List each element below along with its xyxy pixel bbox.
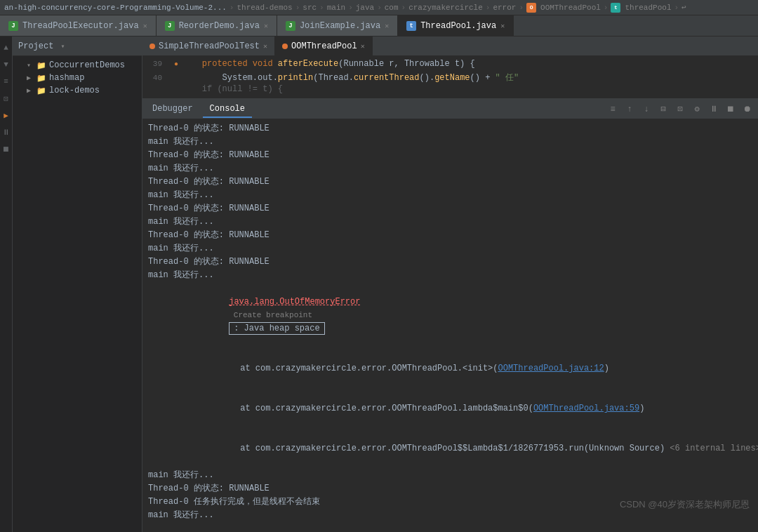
toolbar-wrap[interactable]: ⊡	[672, 102, 688, 117]
code-line-39: 39 ● protected void afterExecute(Runnabl…	[142, 59, 758, 72]
tab-console[interactable]: Console	[203, 101, 252, 118]
console-line-4: main 我还行...	[148, 162, 758, 175]
tab-reorderdemo[interactable]: J ReorderDemo.java ✕	[157, 15, 277, 36]
watermark: CSDN @40岁资深老架构师尼恩	[620, 498, 750, 511]
expand-arrow2: ▶	[27, 74, 34, 82]
oom-error-text[interactable]: java.lang.OutOfMemoryError	[229, 297, 360, 307]
console-toolbar: ≡ ↑ ↓ ⊟ ⊡ ⚙ ⏸ ⏹ ⏺	[605, 102, 755, 117]
gutter-icon5[interactable]: ▶	[1, 109, 12, 121]
right-content: Project ▾ ▾ 📁 CoccurrentDemos ▶ 📁 hashma…	[13, 36, 758, 532]
console-line-7: Thread-0 的状态: RUNNABLE	[148, 202, 758, 215]
close-tab-threadpool[interactable]: ✕	[500, 22, 505, 30]
project-sidebar: Project ▾ ▾ 📁 CoccurrentDemos ▶ 📁 hashma…	[13, 36, 142, 532]
toolbar-scroll-lock[interactable]: ⊟	[656, 102, 671, 117]
console-stacktrace-3: at com.crazymakercircle.error.OOMThreadP…	[148, 429, 758, 469]
console-output[interactable]: Thread-0 的状态: RUNNABLE main 我还行... Threa…	[142, 119, 758, 532]
code-line-40: 40 System.out.println(Thread.currentThre…	[142, 72, 758, 84]
console-line-1: Thread-0 的状态: RUNNABLE	[148, 122, 758, 135]
console-stacktrace-2: at com.crazymakercircle.error.OOMThreadP…	[148, 389, 758, 429]
tab-icon-green3: J	[286, 21, 295, 31]
code-line-ellipsis: if (null != t) {	[142, 84, 758, 97]
project-tree: ▾ 📁 CoccurrentDemos ▶ 📁 hashmap ▶ 📁	[13, 56, 142, 100]
toolbar-stop[interactable]: ⏹	[723, 102, 738, 117]
console-line-main1: main 我还行...	[148, 469, 758, 482]
session-dot-simple	[149, 44, 155, 49]
gutter-icon7[interactable]: ⏹	[1, 143, 12, 154]
folder-icon: 📁	[36, 61, 46, 70]
console-line-oom: java.lang.OutOfMemoryError Create breakp…	[148, 282, 758, 349]
thread-icon: t	[611, 3, 620, 13]
project-header: Project ▾	[13, 36, 142, 56]
create-breakpoint-hint: Create breakpoint	[229, 311, 317, 319]
console-line-12: main 我还行...	[148, 269, 758, 282]
tree-item-lockdemos[interactable]: ▶ 📁 lock-demos	[13, 84, 142, 97]
code-area: 39 ● protected void afterExecute(Runnabl…	[142, 56, 758, 100]
console-line-5: Thread-0 的状态: RUNNABLE	[148, 175, 758, 189]
close-tab-joinexample[interactable]: ✕	[385, 22, 389, 30]
console-line-waiting-box: Thread-0 的状态: WAITING	[148, 522, 758, 532]
session-tab-simple[interactable]: SimpleThreadPoolTest ✕	[142, 36, 275, 55]
toolbar-down[interactable]: ↓	[639, 102, 654, 117]
app-window: an-high-concurrency-core-Programming-Vol…	[0, 0, 758, 532]
gutter-icon6[interactable]: ⏸	[1, 126, 12, 138]
editor-console-area: SimpleThreadPoolTest ✕ OOMThreadPool ✕	[142, 36, 758, 532]
toolbar-filter[interactable]: ≡	[605, 102, 620, 117]
left-gutter: ▲ ▼ ≡ ⊡ ▶ ⏸ ⏹	[0, 36, 13, 532]
console-line-10: main 我还行...	[148, 242, 758, 255]
console-line-8: main 我还行...	[148, 215, 758, 229]
tab-icon-blue: t	[406, 21, 416, 31]
java-heap-space-box: : Java heap space	[229, 322, 324, 335]
toolbar-pause[interactable]: ⏸	[706, 102, 722, 117]
tab-joinexample[interactable]: J JoinExample.java ✕	[277, 15, 398, 36]
tab-icon-green: J	[8, 21, 18, 31]
file-tabs: J ThreadPoolExecutor.java ✕ J ReorderDem…	[0, 15, 758, 36]
expand-arrow3: ▶	[27, 86, 34, 95]
close-tab-reorderdemo[interactable]: ✕	[264, 22, 268, 30]
tab-icon-green2: J	[165, 21, 175, 31]
console-tab-bar: Debugger Console ≡ ↑ ↓ ⊟ ⊡ ⚙ ⏸ ⏹	[142, 100, 758, 119]
oom-icon: O	[526, 3, 536, 13]
toolbar-settings[interactable]: ⚙	[689, 102, 705, 117]
console-line-3: Thread-0 的状态: RUNNABLE	[148, 149, 758, 162]
folder-icon2: 📁	[36, 74, 46, 83]
session-tabs: SimpleThreadPoolTest ✕ OOMThreadPool ✕	[142, 36, 758, 56]
gutter-up-icon[interactable]: ▲	[1, 42, 12, 53]
console-line-runnable1: Thread-0 的状态: RUNNABLE	[148, 482, 758, 496]
console-line-11: Thread-0 的状态: RUNNABLE	[148, 255, 758, 269]
expand-arrow: ▾	[27, 61, 34, 69]
breadcrumb-path: an-high-concurrency-core-Programming-Vol…	[4, 4, 227, 12]
console-line-2: main 我还行...	[148, 135, 758, 149]
console-area: Debugger Console ≡ ↑ ↓ ⊟ ⊡ ⚙ ⏸ ⏹	[142, 100, 758, 532]
session-dot-oom	[282, 44, 288, 49]
console-stacktrace-1: at com.crazymakercircle.error.OOMThreadP…	[148, 349, 758, 389]
console-line-6: main 我还行...	[148, 189, 758, 202]
tab-threadpoolexecutor[interactable]: J ThreadPoolExecutor.java ✕	[0, 15, 157, 36]
tab-threadpool[interactable]: t ThreadPool.java ✕	[398, 15, 514, 36]
oom-link-59[interactable]: OOMThreadPool.java:59	[533, 404, 639, 413]
gutter-icon3[interactable]: ≡	[1, 76, 12, 87]
main-content: ▲ ▼ ≡ ⊡ ▶ ⏸ ⏹ Project ▾ ▾	[0, 36, 758, 532]
project-label: Project	[18, 41, 53, 51]
editor-snippet: SimpleThreadPoolTest ✕ OOMThreadPool ✕	[142, 36, 758, 100]
tree-item-hashmap[interactable]: ▶ 📁 hashmap	[13, 72, 142, 84]
gutter-down-icon[interactable]: ▼	[1, 59, 12, 70]
session-tab-oom[interactable]: OOMThreadPool ✕	[275, 36, 373, 55]
folder-icon3: 📁	[36, 86, 46, 95]
toolbar-clear[interactable]: ⏺	[740, 102, 755, 117]
breadcrumb-bar: an-high-concurrency-core-Programming-Vol…	[0, 0, 758, 15]
console-line-9: Thread-0 的状态: RUNNABLE	[148, 229, 758, 242]
close-tab-threadpoolexecutor[interactable]: ✕	[143, 22, 147, 30]
tab-debugger[interactable]: Debugger	[145, 101, 200, 118]
tree-item-coccurrent[interactable]: ▾ 📁 CoccurrentDemos	[13, 59, 142, 72]
toolbar-up[interactable]: ↑	[622, 102, 637, 117]
oom-link-12[interactable]: OOMThreadPool.java:12	[498, 364, 604, 373]
project-arrow[interactable]: ▾	[60, 42, 65, 51]
gutter-icon4[interactable]: ⊡	[1, 93, 12, 104]
two-panel: Project ▾ ▾ 📁 CoccurrentDemos ▶ 📁 hashma…	[13, 36, 758, 532]
